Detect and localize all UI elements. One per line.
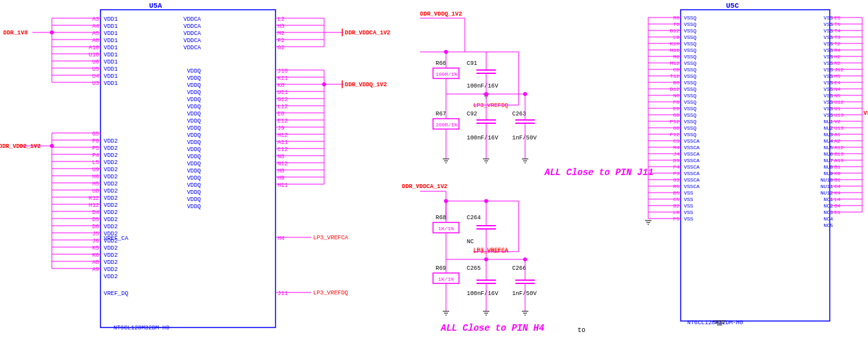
svg-text:VDDQ: VDDQ bbox=[187, 82, 201, 89]
svg-text:A8: A8 bbox=[92, 38, 99, 44]
svg-text:U11: U11 bbox=[277, 89, 288, 96]
svg-point-193 bbox=[444, 50, 448, 54]
svg-text:VDD2: VDD2 bbox=[104, 202, 118, 209]
svg-text:A4: A4 bbox=[92, 23, 99, 30]
svg-text:VDD2: VDD2 bbox=[104, 174, 118, 180]
svg-point-178 bbox=[322, 82, 326, 86]
svg-text:1K/1%: 1K/1% bbox=[438, 226, 454, 232]
svg-text:VDDCA: VDDCA bbox=[183, 38, 202, 44]
svg-text:VREF_CA: VREF_CA bbox=[104, 235, 128, 242]
svg-text:G12: G12 bbox=[277, 97, 288, 103]
svg-text:VDD1: VDD1 bbox=[104, 45, 118, 51]
svg-text:J10: J10 bbox=[277, 68, 288, 75]
svg-text:VDD1: VDD1 bbox=[104, 23, 118, 30]
svg-text:VDDCA: VDDCA bbox=[183, 45, 202, 51]
svg-text:VDD2: VDD2 bbox=[104, 195, 118, 202]
svg-text:N12: N12 bbox=[277, 161, 288, 167]
svg-text:K8: K8 bbox=[277, 82, 285, 89]
svg-text:C265: C265 bbox=[467, 265, 481, 272]
svg-text:VDD2: VDD2 bbox=[104, 224, 118, 230]
svg-text:LP3_VREFCA: LP3_VREFCA bbox=[313, 235, 349, 241]
svg-text:VDDQ: VDDQ bbox=[187, 132, 201, 139]
svg-text:U8: U8 bbox=[92, 188, 99, 195]
svg-text:VSSQ: VSSQ bbox=[684, 60, 696, 66]
svg-text:VSSQ: VSSQ bbox=[684, 112, 696, 118]
svg-text:NC: NC bbox=[467, 239, 474, 245]
svg-text:VSSQ: VSSQ bbox=[684, 86, 696, 92]
svg-point-249 bbox=[444, 199, 448, 203]
svg-text:L5: L5 bbox=[92, 160, 99, 166]
svg-text:D5: D5 bbox=[92, 217, 99, 223]
u5a-part-number: NT6CL128M32DM-H0 bbox=[113, 325, 169, 331]
svg-text:DDR_VDDCA_1V2: DDR_VDDCA_1V2 bbox=[402, 184, 447, 190]
svg-text:VREF_DQ: VREF_DQ bbox=[104, 291, 128, 297]
svg-point-148 bbox=[50, 144, 54, 148]
svg-text:VSS: VSS bbox=[863, 110, 868, 117]
svg-text:LP3_VREFDQ: LP3_VREFDQ bbox=[473, 102, 508, 109]
svg-text:N8: N8 bbox=[277, 154, 285, 160]
svg-text:VSSQ: VSSQ bbox=[684, 67, 696, 73]
svg-text:H6: H6 bbox=[92, 174, 99, 180]
u5a-label: U5A bbox=[149, 2, 162, 10]
svg-text:VSSCA: VSSCA bbox=[684, 171, 699, 176]
svg-text:VDDQ: VDDQ bbox=[187, 182, 201, 189]
svg-point-274 bbox=[484, 257, 488, 261]
svg-text:VSSCA: VSSCA bbox=[684, 151, 699, 157]
svg-text:VDDQ: VDDQ bbox=[187, 168, 201, 174]
svg-text:VDD2: VDD2 bbox=[104, 217, 118, 223]
svg-text:C92: C92 bbox=[467, 111, 477, 117]
svg-text:VDDQ: VDDQ bbox=[187, 196, 201, 203]
svg-text:F2: F2 bbox=[277, 38, 285, 44]
svg-text:A8: A8 bbox=[92, 259, 99, 266]
svg-text:VDDQ: VDDQ bbox=[187, 175, 201, 182]
svg-text:VSSQ: VSSQ bbox=[684, 54, 696, 60]
svg-text:VSSCA: VSSCA bbox=[684, 145, 699, 150]
svg-text:H11: H11 bbox=[277, 182, 288, 189]
svg-text:P8: P8 bbox=[92, 138, 99, 145]
svg-text:VDD2: VDD2 bbox=[104, 267, 118, 273]
ddr-vddq-netlabel: DDR_VDDQ_1V2 bbox=[420, 11, 462, 18]
svg-text:1nF/50V: 1nF/50V bbox=[512, 291, 537, 297]
svg-text:U9: U9 bbox=[92, 167, 99, 173]
svg-text:L2: L2 bbox=[277, 16, 285, 23]
svg-text:K6: K6 bbox=[92, 252, 99, 259]
svg-text:VDDCA: VDDCA bbox=[183, 16, 202, 23]
svg-text:VDD1: VDD1 bbox=[104, 59, 118, 65]
svg-text:VSSQ: VSSQ bbox=[684, 106, 696, 112]
svg-text:VSSQ: VSSQ bbox=[684, 80, 696, 86]
svg-text:VSSQ: VSSQ bbox=[684, 73, 696, 79]
svg-text:J6: J6 bbox=[92, 238, 99, 244]
svg-point-124 bbox=[50, 30, 54, 34]
svg-text:VSSQ: VSSQ bbox=[684, 15, 696, 21]
svg-text:E12: E12 bbox=[277, 118, 288, 125]
svg-text:VDDQ: VDDQ bbox=[187, 104, 201, 110]
svg-text:VSSQ: VSSQ bbox=[684, 47, 696, 53]
svg-text:C266: C266 bbox=[512, 265, 526, 272]
svg-text:P5: P5 bbox=[92, 145, 99, 152]
svg-text:VDDQ: VDDQ bbox=[187, 189, 201, 196]
u5c-label: U5C bbox=[726, 2, 739, 10]
svg-text:VDDQ: VDDQ bbox=[187, 125, 201, 132]
svg-point-224 bbox=[484, 92, 488, 96]
svg-text:VSSQ: VSSQ bbox=[684, 93, 696, 99]
svg-text:C12: C12 bbox=[277, 147, 288, 153]
svg-text:DDR_VDDQ_1V2: DDR_VDDQ_1V2 bbox=[345, 82, 387, 88]
svg-text:J9: J9 bbox=[277, 125, 285, 132]
svg-text:VDD2: VDD2 bbox=[104, 167, 118, 173]
svg-point-275 bbox=[523, 257, 527, 261]
svg-text:A3: A3 bbox=[92, 16, 99, 23]
svg-text:K11: K11 bbox=[277, 75, 288, 82]
svg-text:VSS: VSS bbox=[684, 190, 694, 196]
svg-text:DDR_VDDCA_1V2: DDR_VDDCA_1V2 bbox=[345, 30, 390, 36]
svg-text:D4: D4 bbox=[92, 209, 99, 216]
svg-text:VDD2: VDD2 bbox=[104, 188, 118, 195]
svg-text:100nF/16V: 100nF/16V bbox=[467, 291, 499, 297]
svg-text:VSSCA: VSSCA bbox=[684, 184, 699, 189]
svg-text:VDD1: VDD1 bbox=[104, 66, 118, 73]
svg-text:C264: C264 bbox=[467, 215, 481, 221]
svg-text:NC5: NC5 bbox=[824, 222, 834, 228]
svg-rect-286 bbox=[681, 10, 830, 321]
svg-text:VDDQ: VDDQ bbox=[187, 118, 201, 125]
svg-text:VDDQ: VDDQ bbox=[187, 111, 201, 117]
svg-text:VSSQ: VSSQ bbox=[684, 119, 696, 125]
